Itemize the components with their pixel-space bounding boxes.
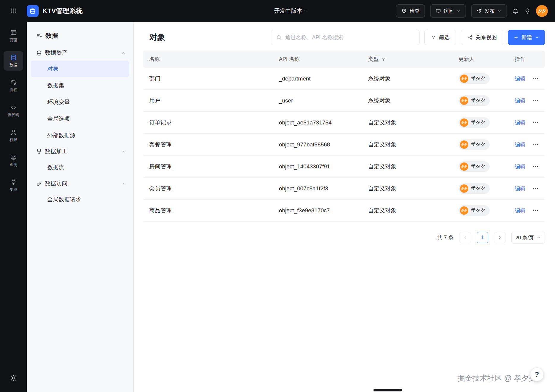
chevron-up-icon: [121, 149, 126, 154]
column-header-label: 类型: [368, 56, 379, 63]
rail-item-permission[interactable]: 权限: [4, 126, 23, 146]
more-icon[interactable]: [532, 97, 539, 104]
more-icon[interactable]: [532, 141, 539, 148]
sidebar-item[interactable]: 数据集: [31, 77, 129, 94]
page-size-select[interactable]: 20 条/页: [511, 232, 545, 244]
more-icon[interactable]: [532, 119, 539, 126]
plus-icon: [513, 35, 519, 40]
edit-link[interactable]: 编辑: [515, 163, 525, 170]
chevron-down-icon: [535, 35, 540, 40]
table-header: 名称API 名称类型更新人操作: [143, 50, 545, 68]
next-page-button[interactable]: [494, 232, 505, 243]
cell-type: 自定义对象: [362, 207, 452, 214]
user-avatar[interactable]: 夕夕: [536, 5, 548, 17]
sidebar-group[interactable]: 数据加工: [31, 144, 129, 159]
logo-icon: [29, 7, 36, 15]
relation-label: 关系视图: [475, 34, 497, 41]
apps-grid-icon: [10, 8, 17, 14]
sidebar-title-label: 数据: [45, 31, 58, 40]
edit-link[interactable]: 编辑: [515, 119, 525, 126]
sidebar-group[interactable]: 数据资产: [31, 45, 129, 61]
rail-item-label: 低代码: [8, 112, 19, 118]
updater-avatar: 夕夕: [460, 118, 468, 127]
edit-link[interactable]: 编辑: [515, 97, 525, 104]
cell-api-name: object_007c8a1f2f3: [273, 185, 362, 192]
prev-page-button[interactable]: [460, 232, 471, 243]
sidebar-item[interactable]: 对象: [31, 61, 129, 77]
more-icon[interactable]: [532, 207, 539, 214]
updater-avatar: 夕夕: [460, 75, 468, 83]
updater-avatar: 夕夕: [460, 184, 468, 193]
sidebar-group[interactable]: 数据访问: [31, 176, 129, 191]
edit-link[interactable]: 编辑: [515, 75, 525, 82]
cell-type: 自定义对象: [362, 163, 452, 170]
filter-icon[interactable]: [381, 57, 386, 61]
search-input[interactable]: [285, 34, 414, 41]
cell-updater: 夕夕孝夕夕: [452, 95, 509, 106]
updater-name: 孝夕夕: [471, 163, 485, 170]
rail-item-observe[interactable]: 观测: [4, 151, 23, 170]
table-row: 会员管理object_007c8a1f2f3自定义对象夕夕孝夕夕编辑: [143, 178, 545, 200]
updater-name: 孝夕夕: [471, 119, 485, 126]
sidebar-item-label: 对象: [47, 65, 59, 73]
sidebar-item[interactable]: 外部数据源: [31, 127, 129, 144]
table-row: 订单记录object_ae51a731754自定义对象夕夕孝夕夕编辑: [143, 112, 545, 134]
cell-actions: 编辑: [509, 207, 545, 214]
bell-icon[interactable]: [512, 8, 519, 14]
visit-button[interactable]: 访问: [430, 4, 466, 18]
updater-badge: 夕夕孝夕夕: [458, 139, 490, 150]
lightbulb-icon[interactable]: [524, 8, 531, 14]
sidebar-item-label: 外部数据源: [47, 132, 75, 139]
publish-button[interactable]: 发布: [471, 4, 507, 18]
app-launcher-button[interactable]: [0, 8, 27, 14]
page-number-button[interactable]: 1: [477, 232, 488, 243]
more-icon[interactable]: [532, 185, 539, 192]
chevron-up-icon: [121, 51, 126, 55]
sidebar-item-label: 全局选项: [47, 115, 70, 123]
cell-actions: 编辑: [509, 119, 545, 126]
cell-type: 自定义对象: [362, 119, 452, 127]
version-switcher[interactable]: 开发中版本: [274, 7, 310, 15]
sidebar-item[interactable]: 环境变量: [31, 94, 129, 110]
create-label: 新建: [521, 34, 532, 41]
updater-badge: 夕夕孝夕夕: [458, 117, 490, 128]
filter-button[interactable]: 筛选: [424, 30, 456, 45]
bottom-scrollbar[interactable]: [373, 389, 402, 391]
table-row: 部门_department系统对象夕夕孝夕夕编辑: [143, 68, 545, 90]
cell-updater: 夕夕孝夕夕: [452, 161, 509, 172]
rail-item-page[interactable]: 页面: [4, 26, 23, 46]
rail-item-database[interactable]: 数据: [4, 51, 23, 71]
edit-link[interactable]: 编辑: [515, 207, 525, 214]
more-icon[interactable]: [532, 163, 539, 170]
check-button[interactable]: 检查: [396, 4, 425, 18]
create-button[interactable]: 新建: [508, 30, 545, 45]
main-header: 对象 筛选 关系视图 新建: [143, 30, 545, 45]
sidebar-item[interactable]: 全局选项: [31, 110, 129, 127]
table-body: 部门_department系统对象夕夕孝夕夕编辑用户_user系统对象夕夕孝夕夕…: [143, 68, 545, 222]
edit-link[interactable]: 编辑: [515, 185, 525, 192]
sidebar-item[interactable]: 全局数据请求: [31, 191, 129, 208]
relation-view-button[interactable]: 关系视图: [461, 30, 503, 45]
updater-badge: 夕夕孝夕夕: [458, 161, 490, 172]
page-size-label: 20 条/页: [515, 234, 534, 241]
table-row: 房间管理object_14043307f91自定义对象夕夕孝夕夕编辑: [143, 156, 545, 178]
column-header-label: 操作: [515, 56, 525, 63]
cell-actions: 编辑: [509, 185, 545, 192]
sidebar-item[interactable]: 数据流: [31, 159, 129, 176]
integration-icon: [10, 179, 17, 186]
help-button[interactable]: ?: [530, 368, 544, 381]
left-rail: 页面数据流程低代码权限观测集成: [0, 22, 27, 392]
gear-icon[interactable]: [10, 374, 17, 382]
cell-actions: 编辑: [509, 141, 545, 148]
more-icon[interactable]: [532, 75, 539, 82]
rail-item-code[interactable]: 低代码: [4, 101, 23, 121]
cell-type: 自定义对象: [362, 185, 452, 192]
rail-item-integration[interactable]: 集成: [4, 176, 23, 195]
search-box[interactable]: [271, 30, 420, 45]
chevron-left-icon: [463, 235, 468, 240]
cell-actions: 编辑: [509, 97, 545, 104]
topbar-actions: 检查 访问 发布 夕夕: [396, 4, 555, 18]
rail-item-flow[interactable]: 流程: [4, 76, 23, 96]
edit-link[interactable]: 编辑: [515, 141, 525, 148]
chevron-down-icon: [537, 235, 541, 240]
